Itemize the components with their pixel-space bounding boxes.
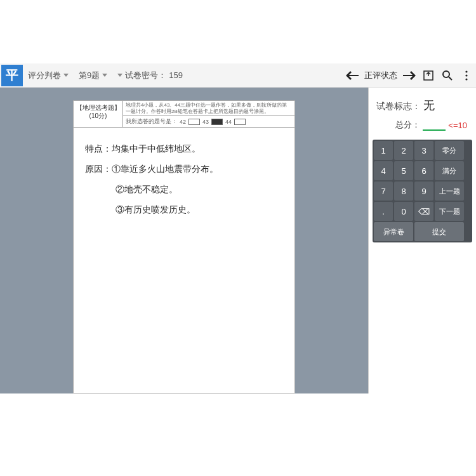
paper-instruction: 地理共4小题，从43、44三题中任选一题作答，如果多做，则按所做的第一题计分。作… xyxy=(123,101,294,116)
handwritten-answer: 特点：均集中于中低纬地区。 原因：①靠近多火山地震带分布。 ②地壳不稳定。 ③有… xyxy=(74,128,294,228)
opt-43: 43 xyxy=(202,119,209,125)
score-label: 总分： xyxy=(395,119,420,131)
key-backspace[interactable]: ⌫ xyxy=(414,202,433,221)
opt-box-filled xyxy=(211,119,223,125)
paper-code: 试卷密号： 159 xyxy=(112,70,188,81)
key-9[interactable]: 9 xyxy=(414,182,433,201)
paper-code-value: 159 xyxy=(169,70,183,80)
caret-down-icon xyxy=(117,74,122,77)
opt-box xyxy=(188,119,200,125)
hw-line: 原因：①靠近多火山地震带分布。 xyxy=(85,161,288,178)
paper-header: 【地理选考题】 (10分) 地理共4小题，从43、44三题中任选一题作答，如果多… xyxy=(74,101,294,128)
key-zero-score[interactable]: 零分 xyxy=(435,141,464,160)
paper-code-label: 试卷密号： xyxy=(125,70,166,81)
scoring-panel: 试卷标志： 无 总分： <=10 1 2 3 零分 4 5 6 满分 7 8 9… xyxy=(368,88,476,393)
next-arrow-icon[interactable] xyxy=(400,66,419,85)
opt-42: 42 xyxy=(180,119,186,125)
bottom-margin xyxy=(0,393,476,476)
grading-label: 评分判卷 xyxy=(28,70,61,81)
opt-44: 44 xyxy=(225,119,232,125)
key-6[interactable]: 6 xyxy=(414,161,433,180)
answer-selection-row: 我所选答的题号是： 42 43 44 xyxy=(123,116,294,127)
key-3[interactable]: 3 xyxy=(414,141,433,160)
subject-points: (10分) xyxy=(75,112,121,120)
svg-point-5 xyxy=(465,78,467,80)
review-status: 正评状态 xyxy=(362,70,400,81)
app-logo: 平 xyxy=(1,65,23,86)
subject-title: 【地理选考题】 xyxy=(75,103,121,112)
prev-arrow-icon[interactable] xyxy=(343,66,362,85)
svg-point-4 xyxy=(465,74,467,76)
svg-point-3 xyxy=(465,70,467,72)
caret-down-icon xyxy=(63,74,69,77)
opt-box xyxy=(234,119,246,125)
subject-box: 【地理选考题】 (10分) xyxy=(74,101,123,127)
exam-paper: 【地理选考题】 (10分) 地理共4小题，从43、44三题中任选一题作答，如果多… xyxy=(73,100,295,393)
svg-line-2 xyxy=(449,77,452,80)
key-prev-question[interactable]: 上一题 xyxy=(435,182,464,201)
score-keypad: 1 2 3 零分 4 5 6 满分 7 8 9 上一题 . 0 ⌫ 下一题 异常… xyxy=(373,140,472,242)
export-icon[interactable] xyxy=(419,66,438,85)
key-next-question[interactable]: 下一题 xyxy=(435,202,464,221)
hw-line: ③有历史喷发历史。 xyxy=(85,201,288,219)
more-icon[interactable] xyxy=(457,66,476,85)
key-4[interactable]: 4 xyxy=(374,161,393,180)
key-7[interactable]: 7 xyxy=(374,182,393,201)
mark-value: 无 xyxy=(423,98,435,113)
hw-line: ②地壳不稳定。 xyxy=(85,181,288,199)
answer-label: 我所选答的题号是： xyxy=(126,117,177,126)
key-dot[interactable]: . xyxy=(374,202,393,221)
svg-point-1 xyxy=(443,71,449,77)
search-icon[interactable] xyxy=(438,66,457,85)
mark-label: 试卷标志： xyxy=(376,101,421,112)
key-0[interactable]: 0 xyxy=(394,202,413,221)
total-score-row: 总分： <=10 xyxy=(369,119,476,140)
key-2[interactable]: 2 xyxy=(394,141,413,160)
question-label: 第9题 xyxy=(79,70,100,81)
workspace: 【地理选考题】 (10分) 地理共4小题，从43、44三题中任选一题作答，如果多… xyxy=(0,88,476,393)
paper-mark-row: 试卷标志： 无 xyxy=(369,98,476,119)
hw-line: 特点：均集中于中低纬地区。 xyxy=(85,140,288,158)
grading-dropdown[interactable]: 评分判卷 xyxy=(23,70,74,81)
paper-viewport[interactable]: 【地理选考题】 (10分) 地理共4小题，从43、44三题中任选一题作答，如果多… xyxy=(0,88,368,393)
key-1[interactable]: 1 xyxy=(374,141,393,160)
key-submit[interactable]: 提交 xyxy=(414,222,464,241)
key-abnormal[interactable]: 异常卷 xyxy=(374,222,413,241)
score-limit: <=10 xyxy=(448,121,467,130)
key-full-score[interactable]: 满分 xyxy=(435,161,464,180)
score-input[interactable] xyxy=(423,120,446,131)
top-toolbar: 平 评分判卷 第9题 试卷密号： 159 正评状态 xyxy=(0,63,476,88)
key-8[interactable]: 8 xyxy=(394,182,413,201)
key-5[interactable]: 5 xyxy=(394,161,413,180)
caret-down-icon xyxy=(102,74,107,77)
question-dropdown[interactable]: 第9题 xyxy=(74,70,112,81)
